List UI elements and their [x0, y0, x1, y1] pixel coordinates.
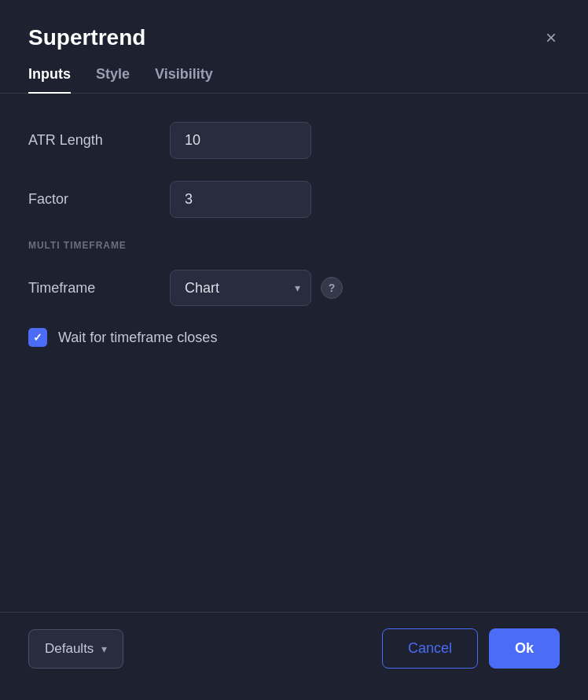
checkbox-check-icon: ✓ — [33, 332, 42, 343]
tabs-bar: Inputs Style Visibility — [0, 66, 588, 94]
dialog-title: Supertrend — [28, 25, 145, 50]
defaults-button[interactable]: Defaults ▾ — [28, 629, 123, 669]
wait-for-closes-checkbox[interactable]: ✓ — [28, 328, 47, 347]
defaults-dropdown-arrow-icon: ▾ — [101, 643, 107, 655]
factor-label: Factor — [28, 191, 170, 208]
supertrend-dialog: Supertrend × Inputs Style Visibility ATR… — [0, 0, 588, 700]
factor-input[interactable] — [170, 181, 311, 218]
dialog-header: Supertrend × — [0, 0, 588, 66]
cancel-button[interactable]: Cancel — [382, 628, 478, 669]
timeframe-help-icon[interactable]: ? — [321, 277, 343, 299]
atr-length-label: ATR Length — [28, 132, 170, 149]
timeframe-dropdown-wrapper: Chart 1m 5m 15m 30m 1h 4h 1D 1W ▾ ? — [170, 270, 343, 306]
footer-actions: Cancel Ok — [382, 628, 560, 669]
timeframe-label: Timeframe — [28, 280, 170, 297]
dialog-footer: Defaults ▾ Cancel Ok — [0, 612, 588, 700]
atr-length-row: ATR Length — [28, 122, 560, 159]
defaults-label: Defaults — [45, 641, 94, 657]
wait-for-closes-row: ✓ Wait for timeframe closes — [28, 328, 560, 347]
timeframe-row: Timeframe Chart 1m 5m 15m 30m 1h 4h 1D 1… — [28, 270, 560, 306]
tab-style[interactable]: Style — [96, 66, 130, 94]
atr-length-input[interactable] — [170, 122, 311, 159]
multi-timeframe-section-label: MULTI TIMEFRAME — [28, 240, 560, 251]
ok-button[interactable]: Ok — [489, 628, 560, 669]
close-button[interactable]: × — [542, 25, 560, 50]
timeframe-select[interactable]: Chart 1m 5m 15m 30m 1h 4h 1D 1W — [170, 270, 311, 306]
wait-for-closes-label: Wait for timeframe closes — [58, 330, 217, 346]
tab-inputs[interactable]: Inputs — [28, 66, 71, 94]
factor-row: Factor — [28, 181, 560, 218]
dialog-content: ATR Length Factor MULTI TIMEFRAME Timefr… — [0, 94, 588, 612]
tab-visibility[interactable]: Visibility — [155, 66, 213, 94]
